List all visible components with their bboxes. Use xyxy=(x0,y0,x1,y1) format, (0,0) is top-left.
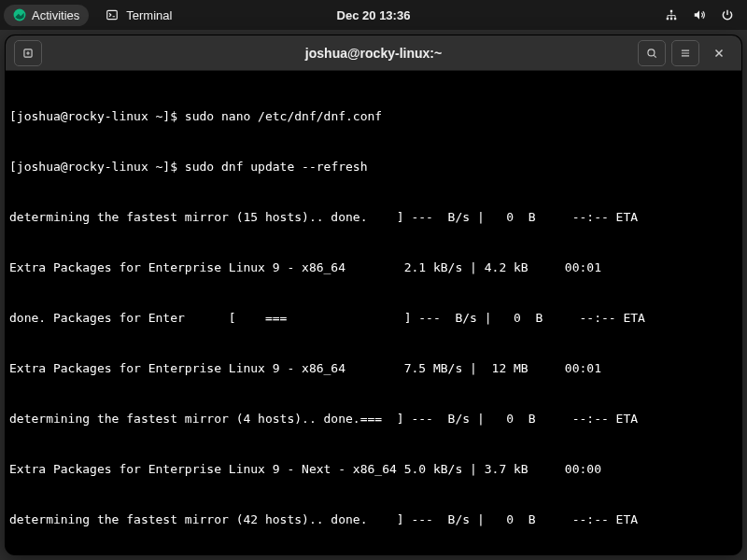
svg-rect-3 xyxy=(667,18,669,20)
gnome-top-bar: Activities Terminal Dec 20 13:36 xyxy=(0,0,747,30)
close-button[interactable] xyxy=(705,40,733,66)
svg-rect-4 xyxy=(674,18,676,20)
power-icon xyxy=(721,8,734,21)
prompt: [joshua@rocky-linux ~]$ xyxy=(9,160,185,174)
output-line: determining the fastest mirror (15 hosts… xyxy=(9,209,738,226)
svg-rect-2 xyxy=(670,10,672,12)
close-icon xyxy=(712,47,726,60)
network-icon xyxy=(665,8,678,21)
output-line: determining the fastest mirror (4 hosts)… xyxy=(9,411,738,427)
clock[interactable]: Dec 20 13:36 xyxy=(337,8,411,22)
titlebar: joshua@rocky-linux:~ xyxy=(6,35,741,71)
hamburger-icon xyxy=(679,47,692,60)
search-icon xyxy=(645,47,658,60)
activities-label: Activities xyxy=(32,8,79,22)
system-tray[interactable] xyxy=(665,8,743,21)
prompt: [joshua@rocky-linux ~]$ xyxy=(9,109,185,123)
panel-app-label: Terminal xyxy=(126,8,172,22)
window-title: joshua@rocky-linux:~ xyxy=(305,46,442,61)
terminal-window: joshua@rocky-linux:~ [joshua@rocky-linux… xyxy=(6,35,741,554)
new-tab-button[interactable] xyxy=(14,40,42,66)
output-line: done. Packages for Enter [ === ] --- B/s… xyxy=(9,310,738,327)
rocky-icon xyxy=(13,8,26,21)
volume-icon xyxy=(693,8,706,21)
command-2: sudo dnf update --refresh xyxy=(185,160,368,174)
svg-point-7 xyxy=(648,49,655,55)
svg-rect-1 xyxy=(107,10,118,19)
output-line: Extra Packages for Enterprise Linux 9 - … xyxy=(9,259,738,276)
activities-button[interactable]: Activities xyxy=(4,5,89,26)
terminal-icon xyxy=(106,8,119,21)
output-line: Extra Packages for Enterprise Linux 9 - … xyxy=(9,461,738,478)
menu-button[interactable] xyxy=(671,40,699,66)
svg-rect-5 xyxy=(670,18,672,20)
output-line: determining the fastest mirror (42 hosts… xyxy=(9,511,738,528)
output-line: Extra Packages for Enterprise Linux 9 - … xyxy=(9,360,738,377)
new-tab-icon xyxy=(21,47,35,60)
command-1: sudo nano /etc/dnf/dnf.conf xyxy=(185,109,382,123)
panel-app-menu[interactable]: Terminal xyxy=(106,8,172,22)
search-button[interactable] xyxy=(638,40,666,66)
terminal-content[interactable]: [joshua@rocky-linux ~]$ sudo nano /etc/d… xyxy=(6,71,741,554)
